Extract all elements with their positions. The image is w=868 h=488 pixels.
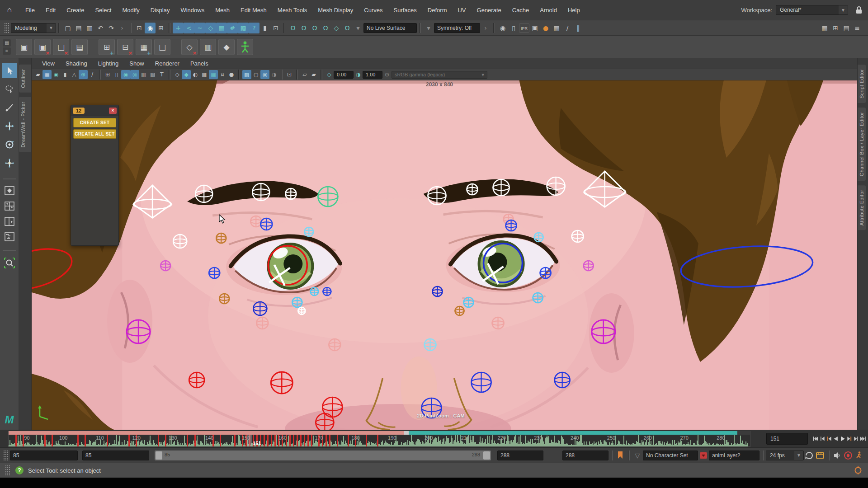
rig-control[interactable] bbox=[323, 287, 331, 296]
shadows-icon[interactable]: ● bbox=[227, 70, 236, 79]
depth-of-field-icon[interactable]: ◑ bbox=[269, 70, 278, 79]
menu-generate[interactable]: Generate bbox=[472, 5, 506, 15]
rig-control[interactable] bbox=[533, 293, 543, 303]
rig-control[interactable] bbox=[428, 187, 446, 205]
render-settings-icon[interactable]: ▣ bbox=[529, 23, 540, 33]
keyframe-tick[interactable] bbox=[267, 435, 269, 446]
shelf-button[interactable]: ▣ bbox=[16, 39, 32, 55]
make-live-icon[interactable]: # bbox=[227, 23, 238, 33]
ambient-occlusion-icon[interactable]: ▨ bbox=[242, 70, 251, 79]
current-frame-field[interactable]: 151 bbox=[766, 433, 808, 445]
rig-control[interactable] bbox=[483, 263, 504, 284]
rig-control[interactable] bbox=[271, 372, 292, 394]
rig-control[interactable] bbox=[316, 413, 334, 430]
grip-handle[interactable] bbox=[4, 22, 9, 34]
select-tool[interactable] bbox=[2, 63, 17, 78]
panel-menu-view[interactable]: View bbox=[37, 59, 60, 68]
camera-attributes-icon[interactable]: ◉ bbox=[52, 70, 61, 79]
playback-range-slider[interactable]: 85288 bbox=[155, 450, 491, 460]
rig-control[interactable] bbox=[127, 320, 150, 343]
panel-menu-panels[interactable]: Panels bbox=[185, 59, 213, 68]
keyframe-tick[interactable] bbox=[234, 435, 236, 446]
tab-dreamwall-picker[interactable]: DreamWall - Picker bbox=[19, 97, 31, 152]
snap-point-icon[interactable]: ~ bbox=[194, 23, 205, 33]
view-transform-dropdown[interactable]: sRGB gamma (legacy)▾ bbox=[392, 71, 487, 79]
rig-control[interactable] bbox=[133, 185, 171, 218]
keyframe-tick[interactable] bbox=[85, 435, 86, 446]
layout-four-icon[interactable]: ⊞ bbox=[830, 23, 841, 33]
create-set-button[interactable]: CREATE SET bbox=[73, 118, 116, 127]
keyframe-tick[interactable] bbox=[348, 435, 349, 446]
shaded-icon[interactable]: ◆ bbox=[182, 70, 191, 79]
new-scene-icon[interactable]: ▢ bbox=[62, 23, 73, 33]
scale-tool[interactable] bbox=[2, 155, 17, 171]
anim-layer-menu-icon[interactable] bbox=[698, 450, 709, 461]
snap-grid-icon[interactable]: + bbox=[173, 23, 184, 33]
isolate-select-icon[interactable]: ⊡ bbox=[285, 70, 294, 79]
snap-projected-center-icon[interactable]: ◇ bbox=[205, 23, 216, 33]
menu-uv[interactable]: UV bbox=[453, 5, 470, 15]
paint-effects-icon[interactable]: / bbox=[562, 23, 573, 33]
shelf-button[interactable]: ▣× bbox=[34, 39, 51, 55]
panel-menu-shading[interactable]: Shading bbox=[61, 59, 92, 68]
camera-icon[interactable]: ▰ bbox=[33, 70, 42, 79]
fps-selector[interactable]: 24 fps▼ bbox=[766, 450, 804, 460]
shelf-button[interactable]: □× bbox=[53, 39, 69, 55]
shelf-button[interactable]: ⊞+ bbox=[99, 39, 115, 55]
rig-control[interactable] bbox=[173, 235, 187, 248]
rig-control[interactable] bbox=[492, 317, 504, 329]
highlight-selection-icon[interactable]: ⊡ bbox=[270, 23, 281, 33]
rig-control[interactable] bbox=[209, 267, 220, 278]
use-all-lights-icon[interactable]: ▩ bbox=[200, 70, 209, 79]
menu-windows[interactable]: Windows bbox=[176, 5, 209, 15]
rig-control[interactable] bbox=[493, 179, 509, 196]
keyframe-tick[interactable] bbox=[264, 435, 265, 446]
menu-curves[interactable]: Curves bbox=[359, 5, 387, 15]
snap-together-icon[interactable]: ▩ bbox=[238, 23, 249, 33]
move-tool[interactable] bbox=[2, 118, 17, 134]
select-object-icon[interactable]: ◉ bbox=[145, 23, 156, 33]
lasso-tool[interactable] bbox=[2, 81, 17, 97]
playback-start-button[interactable] bbox=[812, 433, 819, 444]
shelf-button[interactable]: ▦+ bbox=[136, 39, 152, 55]
layout-two-pane[interactable] bbox=[2, 215, 17, 228]
snapshot-all-icon[interactable]: ▰ bbox=[309, 70, 318, 79]
live-surface-dropdown-icon[interactable]: ▾ bbox=[353, 23, 363, 33]
snapshot-icon[interactable]: ▱ bbox=[300, 70, 309, 79]
field-chart-icon[interactable]: ▥ bbox=[139, 70, 148, 79]
rig-control[interactable] bbox=[256, 317, 268, 329]
keyframe-tick[interactable] bbox=[377, 435, 378, 446]
anim-layer-field[interactable]: animLayer2 bbox=[709, 450, 760, 460]
menu-modify[interactable]: Modify bbox=[118, 5, 144, 15]
rig-control[interactable] bbox=[555, 372, 570, 388]
playback-play-button[interactable] bbox=[840, 433, 846, 444]
film-gate-icon[interactable]: ▯ bbox=[112, 70, 121, 79]
rig-control[interactable] bbox=[472, 372, 491, 392]
rig-control[interactable] bbox=[216, 233, 226, 243]
collapse-arrow-icon[interactable]: › bbox=[117, 23, 127, 33]
rig-control[interactable] bbox=[506, 220, 517, 231]
render-frame-icon[interactable]: ▯ bbox=[508, 23, 519, 33]
layout-outliner-pane[interactable] bbox=[2, 230, 17, 244]
bookmark-flag-icon[interactable] bbox=[615, 450, 626, 461]
menu-create[interactable]: Create bbox=[62, 5, 89, 15]
wireframe-on-shaded-icon[interactable]: ▦ bbox=[209, 70, 218, 79]
gamma-icon[interactable]: ◑ bbox=[354, 70, 363, 79]
layout-single-icon[interactable]: ▦ bbox=[819, 23, 830, 33]
save-scene-icon[interactable]: ▥ bbox=[84, 23, 95, 33]
shelf-button[interactable]: ◆ bbox=[218, 39, 235, 55]
keyframe-tick[interactable] bbox=[274, 435, 276, 446]
time-slider[interactable]: 1519010011012013014015016017018019020021… bbox=[8, 431, 750, 447]
exposure-field[interactable]: 0.00 bbox=[334, 71, 354, 79]
rig-control[interactable] bbox=[219, 294, 229, 304]
lock-icon[interactable] bbox=[854, 5, 863, 14]
menu-display[interactable]: Display bbox=[146, 5, 175, 15]
keyframe-tick[interactable] bbox=[194, 435, 196, 446]
magnet-point-icon[interactable]: Ω bbox=[309, 23, 320, 33]
menu-arnold[interactable]: Arnold bbox=[535, 5, 561, 15]
playback-loop-icon[interactable] bbox=[804, 450, 815, 461]
menu-mesh-tools[interactable]: Mesh Tools bbox=[273, 5, 312, 15]
keyframe-tick[interactable] bbox=[187, 435, 188, 446]
playback-back-button[interactable] bbox=[833, 433, 839, 444]
keyframe-tick[interactable] bbox=[311, 435, 312, 446]
